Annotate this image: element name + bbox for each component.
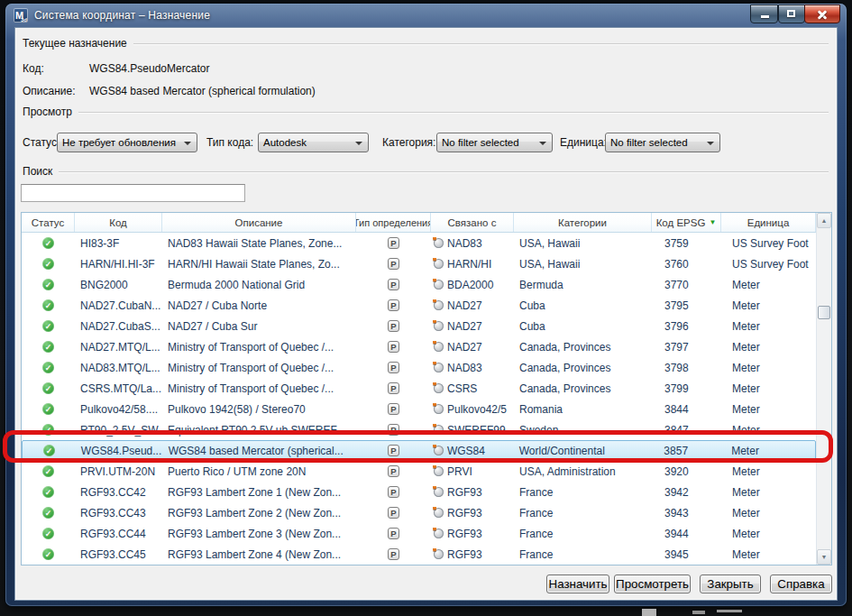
definition-type-cell: P [356,362,431,373]
globe-icon [434,529,444,538]
unit-filter-dropdown[interactable]: No filter selected [605,133,720,152]
epsg-cell: 3944 [652,528,721,540]
code-cell: RGF93.CC42 [75,486,162,499]
table-row[interactable]: ✓PRVI.UTM-20NPuerto Rico / UTM zone 20NP… [22,461,816,482]
status-ok-icon: ✓ [42,299,54,311]
description-cell: NAD83 Hawaii State Planes, Zone... [162,237,356,250]
code-cell: RT90_2.5V_SW... [75,424,162,437]
epsg-cell: 3795 [652,299,721,312]
column-header-label: Статус [32,217,64,228]
column-header-code[interactable]: Код [75,213,162,232]
category-cell: Canada, Provinces [514,362,652,374]
app-icon-3d: 3d [21,17,27,23]
column-header-status[interactable]: Статус [22,213,75,232]
column-header-label: Тип определения [356,217,431,228]
table-row[interactable]: ✓NAD27.MTQ/L...Ministry of Transport of … [22,336,816,357]
table-row[interactable]: ✓RT90_2.5V_SW...Equivalent RT90 2.5V ub … [22,419,816,440]
column-header-label: Связано с [448,217,497,228]
description-cell: Puerto Rico / UTM zone 20N [162,465,356,478]
close-window-button[interactable] [804,5,840,23]
search-input[interactable] [21,184,245,202]
table-row[interactable]: ✓RGF93.CC44RGF93 Lambert Zone 3 (New Zon… [22,523,816,544]
column-header-unit[interactable]: Единица [721,213,816,232]
table-row[interactable]: ✓RGF93.CC43RGF93 Lambert Zone 2 (New Zon… [22,502,816,523]
projected-type-icon: P [388,258,399,270]
maximize-button[interactable] [778,5,805,23]
status-cell: ✓ [22,320,75,332]
codetype-filter-value: Autodesk [263,137,307,148]
chevron-down-icon [355,142,362,145]
table-row[interactable]: ✓RGF93.CC45RGF93 Lambert Zone 4 (New Zon… [22,544,816,565]
scrollbar-thumb[interactable] [818,306,830,319]
column-header-epsg[interactable]: Код EPSG▼ [652,213,721,232]
category-cell: Romania [514,403,652,416]
definition-type-cell: P [356,279,431,290]
help-button[interactable]: Справка [770,575,832,593]
code-cell: PRVI.UTM-20N [75,465,162,478]
vertical-scrollbar[interactable]: ▲ ▼ [816,213,831,565]
column-header-label: Категории [558,217,607,228]
table-row[interactable]: ✓CSRS.MTQ/La...Ministry of Transport of … [22,378,816,399]
category-cell: France [514,528,652,540]
projected-type-icon: P [388,320,399,332]
related-cell: NAD27 [431,299,514,312]
close-button[interactable]: Закрыть [700,575,761,593]
status-cell: ✓ [22,403,75,415]
table-row[interactable]: ✓BNG2000Bermuda 2000 National GridPBDA20… [22,274,816,295]
table-row[interactable]: ✓NAD83.MTQ/L...Ministry of Transport of … [22,357,816,378]
minimize-button[interactable] [750,5,778,23]
table-row-selected[interactable]: ✓WGS84.Pseud...WGS84 based Mercator (sph… [22,440,816,461]
unit-cell: Meter [721,465,816,478]
category-filter-dropdown[interactable]: No filter selected [436,133,553,152]
column-header-label: Код EPSG [656,217,706,228]
globe-pin-icon [433,548,436,552]
column-header-label: Код [109,217,127,228]
view-group-label: Просмотр [23,106,72,118]
table-row[interactable]: ✓NAD27.CubaS...NAD27 / Cuba SurPNAD27Cub… [22,316,816,336]
related-cell: RGF93 [431,548,514,561]
description-cell: Pulkovo 1942(58) / Stereo70 [162,403,356,416]
scroll-up-button[interactable]: ▲ [817,213,831,228]
category-filter-value: No filter selected [442,137,519,148]
table-row[interactable]: ✓RGF93.CC42RGF93 Lambert Zone 1 (New Zon… [22,482,816,502]
unit-cell: Meter [721,403,816,416]
status-cell: ✓ [22,424,75,436]
status-filter-dropdown[interactable]: Не требует обновления [57,133,197,152]
category-cell: Bermuda [514,279,652,291]
view-group: Просмотр [23,106,829,118]
coordinate-systems-table: СтатусКодОписаниеТип определенияСвязано … [21,212,832,565]
related-cell: NAD83 [431,362,514,374]
definition-type-cell: P [356,258,431,270]
column-header-category[interactable]: Категории [514,213,652,232]
preview-button[interactable]: Просмотреть [614,575,691,593]
codetype-filter-dropdown[interactable]: Autodesk [258,133,369,152]
globe-pin-icon [433,362,436,365]
unit-cell: Meter [721,507,816,519]
title-bar[interactable]: M 3d Система координат – Назначение [5,4,847,27]
globe-icon [434,508,444,518]
description-cell: HARN/HI Hawaii State Planes, Zo... [162,258,356,271]
table-row[interactable]: ✓HI83-3FNAD83 Hawaii State Planes, Zone.… [22,233,816,253]
unit-cell: Meter [721,486,816,499]
globe-pin-icon [433,445,436,448]
minimize-icon [761,15,769,18]
table-row[interactable]: ✓NAD27.CubaN...NAD27 / Cuba NortePNAD27C… [22,295,816,316]
status-cell: ✓ [22,528,75,539]
table-row[interactable]: ✓HARN/HI.HI-3FHARN/HI Hawaii State Plane… [22,253,816,274]
related-cell: NAD83 [431,237,514,250]
code-cell: NAD83.MTQ/L... [75,362,162,374]
globe-icon [434,238,444,248]
table-row[interactable]: ✓Pulkovo42/58....Pulkovo 1942(58) / Ster… [22,399,816,419]
column-header-related[interactable]: Связано с [431,213,514,232]
definition-type-cell: P [356,320,431,332]
related-value: WGS84 [447,445,485,457]
definition-type-cell: P [356,548,431,560]
code-cell: BNG2000 [75,279,162,291]
column-header-def_type[interactable]: Тип определения [356,213,431,232]
category-cell: Canada, Provinces [514,341,652,354]
status-cell: ✓ [22,465,75,477]
maximize-icon [787,10,795,17]
column-header-description[interactable]: Описание [162,213,356,232]
assign-button[interactable]: Назначить [546,575,609,593]
scroll-down-button[interactable]: ▼ [817,549,831,565]
